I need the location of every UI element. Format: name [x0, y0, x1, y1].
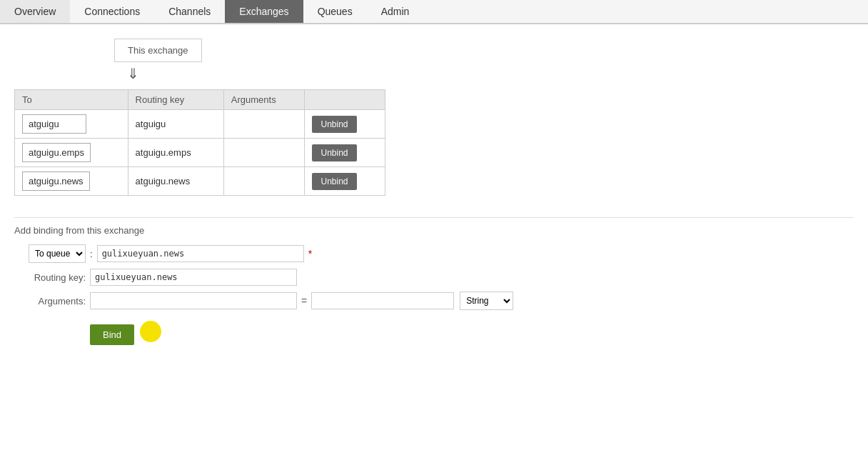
exchange-label: This exchange — [114, 39, 202, 62]
main-content: This exchange ⇓ To Routing key Arguments… — [0, 24, 868, 359]
to-queue-label-container: To queue — [14, 244, 86, 263]
action-cell: Unbind — [305, 110, 385, 139]
tab-exchanges[interactable]: Exchanges — [225, 0, 303, 23]
bind-row: Bind — [14, 317, 854, 345]
to-cell: atguigu.emps — [15, 139, 128, 167]
arguments-cell — [223, 139, 305, 167]
routing-key-cell: atguigu.news — [128, 167, 223, 196]
table-row: atguigu.emps atguigu.emps Unbind — [15, 139, 385, 167]
arguments-type-select[interactable]: String Integer Boolean — [460, 292, 513, 310]
to-queue-select[interactable]: To queue — [29, 244, 86, 263]
arguments-value-input[interactable] — [311, 292, 454, 309]
action-cell: Unbind — [305, 139, 385, 167]
queue-name: atguigu.news — [22, 171, 90, 191]
arguments-row: Arguments: = String Integer Boolean — [14, 292, 854, 310]
bind-button[interactable]: Bind — [90, 324, 134, 345]
colon-label: : — [90, 249, 93, 259]
cursor-indicator — [140, 321, 161, 342]
queue-name: atguigu — [22, 114, 86, 134]
tab-queues[interactable]: Queues — [303, 0, 367, 23]
col-header-action — [305, 90, 385, 110]
arguments-cell — [223, 110, 305, 139]
col-header-to: To — [15, 90, 128, 110]
bindings-table: To Routing key Arguments atguigu atguigu… — [14, 89, 385, 196]
col-header-arguments: Arguments — [223, 90, 305, 110]
add-binding-section: Add binding from this exchange To queue … — [14, 225, 854, 345]
required-star: * — [308, 248, 312, 259]
arguments-label: Arguments: — [14, 296, 86, 307]
add-binding-title: Add binding from this exchange — [14, 225, 854, 236]
routing-key-row: Routing key: — [14, 269, 854, 286]
tab-admin[interactable]: Admin — [367, 0, 424, 23]
to-queue-input[interactable] — [97, 245, 304, 262]
arrow-down-icon: ⇓ — [127, 65, 139, 82]
col-header-routing-key: Routing key — [128, 90, 223, 110]
queue-name: atguigu.emps — [22, 143, 91, 162]
routing-key-input[interactable] — [90, 269, 297, 286]
arguments-key-input[interactable] — [90, 292, 297, 309]
tab-channels[interactable]: Channels — [154, 0, 225, 23]
nav-bar: Overview Connections Channels Exchanges … — [0, 0, 868, 24]
tab-overview[interactable]: Overview — [0, 0, 70, 23]
section-divider — [14, 217, 854, 218]
equals-sign: = — [301, 295, 307, 307]
unbind-button-0[interactable]: Unbind — [312, 116, 356, 133]
action-cell: Unbind — [305, 167, 385, 196]
to-queue-row: To queue : * — [14, 244, 854, 263]
routing-key-label: Routing key: — [14, 272, 86, 283]
to-cell: atguigu — [15, 110, 128, 139]
table-row: atguigu.news atguigu.news Unbind — [15, 167, 385, 196]
unbind-button-1[interactable]: Unbind — [312, 144, 356, 161]
table-row: atguigu atguigu Unbind — [15, 110, 385, 139]
to-cell: atguigu.news — [15, 167, 128, 196]
routing-key-cell: atguigu — [128, 110, 223, 139]
routing-key-cell: atguigu.emps — [128, 139, 223, 167]
tab-connections[interactable]: Connections — [70, 0, 154, 23]
arguments-cell — [223, 167, 305, 196]
exchange-diagram: This exchange ⇓ — [114, 39, 854, 82]
unbind-button-2[interactable]: Unbind — [312, 173, 356, 190]
